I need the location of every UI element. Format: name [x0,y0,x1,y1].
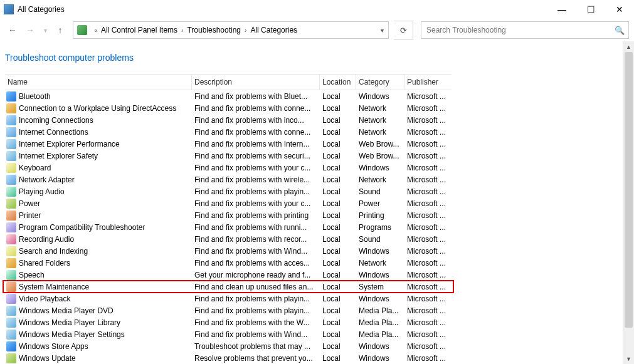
forward-button[interactable]: → [23,23,38,38]
row-category: Network [356,259,404,268]
chevron-right-icon[interactable]: › [241,27,250,34]
row-category: System [356,283,404,291]
troubleshooter-icon [6,91,16,101]
table-row[interactable]: Network AdapterFind and fix problems wit… [5,174,452,185]
table-row[interactable]: Shared FoldersFind and fix problems with… [5,257,452,269]
search-box[interactable]: 🔍 [421,21,629,39]
table-row[interactable]: Internet ConnectionsFind and fix problem… [5,126,452,138]
row-category: Web Brow... [356,152,404,160]
troubleshooter-icon [6,211,16,221]
row-category: Network [356,128,404,137]
recent-locations-button[interactable]: ▾ [40,23,50,38]
row-category: Web Brow... [356,140,404,148]
column-header-description[interactable]: Description [192,75,320,90]
table-header: Name Description Location Category Publi… [5,74,452,90]
vertical-scrollbar[interactable]: ▲ ▼ [623,41,634,364]
column-header-location[interactable]: Location [320,75,356,90]
row-description: Find and fix problems with playin... [192,294,320,303]
table-row[interactable]: Windows Media Player LibraryFind and fix… [5,316,452,328]
row-category: Media Pla... [356,306,404,315]
chevron-right-icon[interactable]: › [177,27,187,34]
scroll-thumb[interactable] [625,52,633,328]
row-category: Windows [356,342,404,351]
table-row[interactable]: Windows Media Player SettingsFind and fi… [5,328,452,340]
row-category: Power [356,199,404,208]
table-row[interactable]: Recording AudioFind and fix problems wit… [5,233,452,245]
table-row[interactable]: Incoming ConnectionsFind and fix problem… [5,114,452,126]
row-name: Connection to a Workplace Using DirectAc… [19,104,176,113]
table-row[interactable]: Video PlaybackFind and fix problems with… [5,293,452,304]
row-location: Local [320,175,356,184]
column-header-publisher[interactable]: Publisher [404,75,452,90]
row-category: Programs [356,223,404,232]
up-button[interactable]: ↑ [53,23,68,38]
row-name: Playing Audio [19,187,65,196]
row-publisher: Microsoft ... [404,92,452,101]
row-name: Shared Folders [19,259,70,268]
table-row[interactable]: Internet Explorer PerformanceFind and fi… [5,138,452,150]
troubleshooter-icon [6,246,16,256]
breadcrumb-item[interactable]: All Control Panel Items [101,26,177,34]
troubleshooter-icon [6,282,16,292]
row-description: Find and fix problems with securi... [192,152,320,160]
row-location: Local [320,259,356,268]
row-category: Windows [356,294,404,303]
minimize-button[interactable]: — [547,0,576,19]
maximize-button[interactable]: ☐ [576,0,605,19]
table-row[interactable]: Program Compatibility TroubleshooterFind… [5,221,452,233]
row-category: Windows [356,92,404,101]
table-row[interactable]: Windows Store AppsTroubleshoot problems … [5,340,452,352]
table-row[interactable]: SpeechGet your microphone ready and f...… [5,269,452,281]
address-dropdown-button[interactable]: ▾ [376,22,388,38]
table-row[interactable]: Playing AudioFind and fix problems with … [5,185,452,197]
page-heading: Troubleshoot computer problems [5,53,623,63]
table-row[interactable]: System MaintenanceFind and clean up unus… [5,281,452,293]
row-description: Find and clean up unused files an... [192,283,320,291]
row-location: Local [320,235,356,244]
column-header-category[interactable]: Category [356,75,404,90]
row-description: Troubleshoot problems that may ... [192,342,320,351]
row-location: Local [320,140,356,148]
breadcrumb-item[interactable]: All Categories [250,26,297,34]
troubleshooter-icon [6,163,16,173]
address-bar[interactable]: « All Control Panel Items › Troubleshoot… [73,21,389,39]
row-publisher: Microsoft ... [404,235,452,244]
search-icon[interactable]: 🔍 [611,26,628,35]
table-row[interactable]: PowerFind and fix problems with your c..… [5,197,452,209]
table-row[interactable]: Windows Media Player DVDFind and fix pro… [5,304,452,316]
table-row[interactable]: Search and IndexingFind and fix problems… [5,245,452,257]
row-description: Find and fix problems with the W... [192,318,320,327]
row-name: Power [19,199,40,208]
row-description: Find and fix problems with playin... [192,187,320,196]
row-location: Local [320,128,356,137]
chevron-left-icon[interactable]: « [91,27,101,34]
row-name: Windows Media Player Library [19,318,120,327]
close-button[interactable]: ✕ [605,0,634,19]
row-publisher: Microsoft ... [404,247,452,256]
table-row[interactable]: Connection to a Workplace Using DirectAc… [5,102,452,114]
row-publisher: Microsoft ... [404,164,452,172]
table-row[interactable]: Internet Explorer SafetyFind and fix pro… [5,150,452,162]
table-row[interactable]: KeyboardFind and fix problems with your … [5,162,452,174]
scroll-down-button[interactable]: ▼ [623,353,634,364]
row-location: Local [320,247,356,256]
row-location: Local [320,152,356,160]
row-category: Windows [356,271,404,279]
table-row[interactable]: PrinterFind and fix problems with printi… [5,209,452,221]
refresh-button[interactable]: ⟳ [394,21,413,39]
row-category: Sound [356,187,404,196]
back-button[interactable]: ← [5,23,20,38]
scroll-up-button[interactable]: ▲ [623,41,634,52]
row-publisher: Microsoft ... [404,104,452,113]
table-row[interactable]: Windows UpdateResolve problems that prev… [5,352,452,364]
search-input[interactable] [421,26,611,34]
breadcrumb-item[interactable]: Troubleshooting [187,26,241,34]
row-name: Internet Explorer Safety [19,152,98,160]
row-description: Resolve problems that prevent yo... [192,354,320,363]
troubleshooter-icon [6,294,16,304]
row-publisher: Microsoft ... [404,128,452,137]
column-header-name[interactable]: Name [5,75,192,90]
row-location: Local [320,164,356,172]
row-description: Get your microphone ready and f... [192,271,320,279]
table-row[interactable]: BluetoothFind and fix problems with Blue… [5,90,452,102]
